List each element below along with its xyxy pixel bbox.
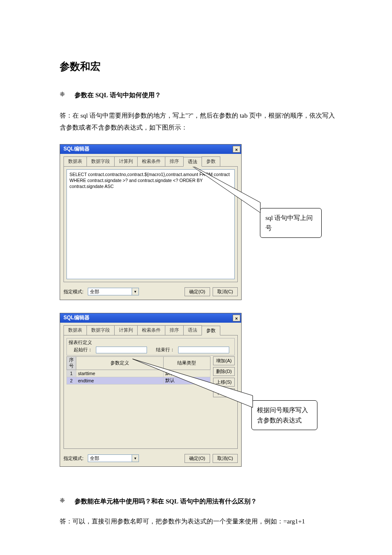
tab-criteria[interactable]: 检索条件	[137, 325, 165, 335]
row1-n: 1	[67, 370, 76, 377]
mode-value: 全部	[90, 455, 99, 462]
tabs: 数据表 数据字段 计算列 检索条件 排序 语法 参数	[60, 323, 241, 335]
dialog-title: SQL编辑器	[63, 145, 89, 153]
callout-1-text: sql 语句中写上问号	[265, 214, 313, 231]
row-definition: 报表行定义 起始行： 结束行：	[66, 338, 235, 356]
rowdef-title: 报表行定义	[69, 339, 233, 346]
ok-button[interactable]: 确定(O)	[184, 287, 210, 296]
q2-post: 语句中的用法有什么区别？	[179, 498, 257, 505]
q2-pre: 参数能在单元格中使用吗？和在	[75, 498, 166, 505]
close-icon[interactable]: ×	[233, 146, 240, 153]
mode-label: 指定模式:	[63, 289, 84, 295]
question-1: ❈ 参数在 SQL 语句中如何使用？	[60, 90, 337, 100]
end-row-input[interactable]	[178, 347, 229, 353]
q2-mid: SQL	[166, 498, 179, 505]
answer-1: 答：在 sql 语句中需要用到参数的地方，写上"?"，然后在参数的 tab 页中…	[60, 110, 337, 134]
cancel-button[interactable]: 取消(C)	[213, 287, 238, 296]
tab-sort[interactable]: 排序	[165, 325, 184, 335]
tab-datafield[interactable]: 数据字段	[86, 325, 115, 335]
mode-combo[interactable]: 全部 ▼	[88, 288, 139, 295]
end-row-label: 结束行：	[156, 347, 175, 353]
answer-2: 答：可以，直接引用参数名即可，把参数作为表达式的一个变量来使用，例如：=arg1…	[60, 515, 337, 528]
ok-button[interactable]: 确定(O)	[184, 454, 210, 463]
q1-mid: SQL	[95, 92, 108, 98]
start-row-input[interactable]	[96, 347, 147, 353]
page-title: 参数和宏	[60, 60, 337, 73]
titlebar: SQL编辑器 ×	[60, 313, 241, 323]
mode-combo[interactable]: 全部 ▼	[88, 454, 139, 462]
row2-n: 2	[67, 377, 76, 384]
bullet-icon: ❈	[60, 497, 65, 504]
close-icon[interactable]: ×	[233, 315, 240, 321]
tab-datatable[interactable]: 数据表	[63, 156, 87, 166]
callout-2-text: 根据问号顺序写入含参数的表达式	[257, 407, 308, 424]
callout-2: 根据问号顺序写入含参数的表达式	[251, 400, 317, 430]
tab-calccol[interactable]: 计算列	[114, 156, 138, 166]
mode-value: 全部	[90, 289, 99, 295]
mode-label: 指定模式:	[63, 455, 84, 462]
bullet-icon: ❈	[60, 90, 65, 98]
tab-syntax[interactable]: 语法	[183, 157, 202, 167]
tab-syntax[interactable]: 语法	[183, 325, 202, 335]
tab-criteria[interactable]: 检索条件	[137, 156, 165, 166]
col-seq: 序号	[67, 356, 76, 370]
question-2: ❈ 参数能在单元格中使用吗？和在 SQL 语句中的用法有什么区别？	[60, 497, 337, 506]
callout-1: sql 语句中写上问号	[260, 208, 322, 238]
tab-sort[interactable]: 排序	[165, 156, 184, 166]
tab-calccol[interactable]: 计算列	[114, 325, 138, 335]
tab-params[interactable]: 参数	[202, 326, 220, 335]
tab-datatable[interactable]: 数据表	[63, 325, 87, 335]
dialog-title: SQL编辑器	[63, 314, 89, 321]
q1-pre: 参数在	[75, 92, 95, 98]
tab-datafield[interactable]: 数据字段	[86, 156, 115, 166]
q1-post: 语句中如何使用？	[108, 92, 161, 98]
cancel-button[interactable]: 取消(C)	[213, 454, 238, 463]
chevron-down-icon: ▼	[132, 455, 138, 462]
chevron-down-icon: ▼	[132, 288, 138, 295]
start-row-label: 起始行：	[74, 347, 92, 353]
titlebar: SQL编辑器 ×	[60, 145, 241, 154]
